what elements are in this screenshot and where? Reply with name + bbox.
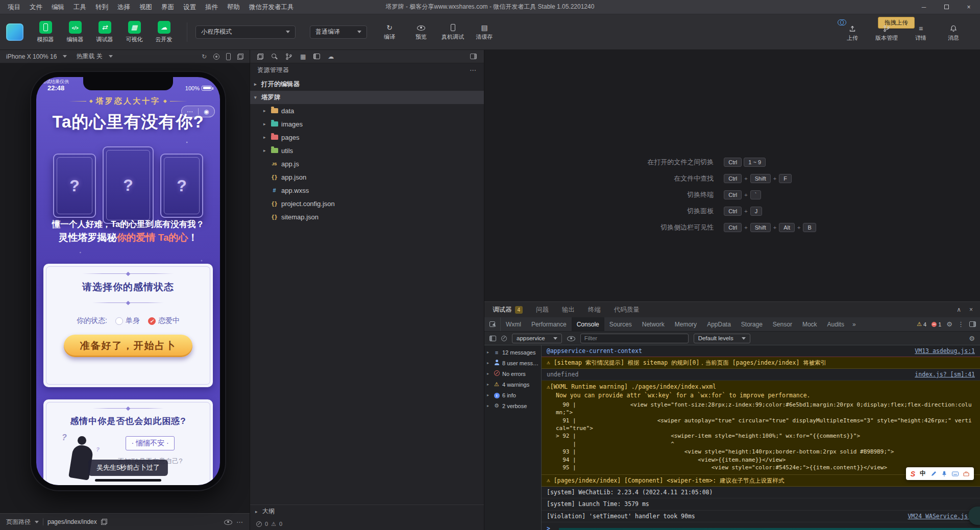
tab-console[interactable]: Console [572, 317, 604, 331]
radio-single[interactable]: 单身 [115, 316, 140, 325]
tree-item-app-wxss[interactable]: app.wxss [250, 184, 484, 197]
tab-memory[interactable]: Memory [670, 317, 702, 331]
remote-debug-button[interactable]: 真机调试 [438, 23, 467, 41]
window-icon[interactable] [313, 54, 320, 59]
upload-button[interactable]: 上传 [838, 24, 867, 42]
tree-item-project-root[interactable]: 塔罗牌 [250, 91, 484, 104]
pen-icon[interactable] [930, 471, 937, 477]
tree-item-pages[interactable]: pages [250, 131, 484, 144]
console-filter-input[interactable] [580, 334, 689, 343]
tree-item-images[interactable]: images [250, 117, 484, 131]
keyboard-icon[interactable] [952, 471, 959, 477]
source-link[interactable]: VM13 asdebug.js:1 [908, 347, 975, 355]
menu-project[interactable]: 项目 [3, 0, 25, 14]
tree-item-open-editors[interactable]: 打开的编辑器 [250, 78, 484, 91]
console-settings-icon[interactable] [969, 335, 975, 342]
tab-network[interactable]: Network [637, 317, 670, 331]
tree-item-app-js[interactable]: app.js [250, 157, 484, 170]
cloud-dev-button[interactable]: 云开发 [149, 21, 179, 43]
source-control-icon[interactable] [285, 53, 292, 60]
clear-cache-button[interactable]: ▤ 清缓存 [470, 23, 499, 41]
errors-badge[interactable]: 1 [932, 321, 941, 327]
minimize-button[interactable]: ─ [913, 0, 935, 14]
filter-verbose[interactable]: 2 verbose [484, 400, 541, 411]
clear-console-icon[interactable] [501, 336, 507, 341]
close-icon[interactable]: × [969, 306, 973, 313]
start-divination-button[interactable]: 准备好了，开始占卜 [64, 335, 192, 357]
tree-item-data[interactable]: data [250, 104, 484, 117]
tab-sensor[interactable]: Sensor [768, 317, 797, 331]
tab-audits[interactable]: Audits [822, 317, 849, 331]
details-button[interactable]: ≡ 详情 [906, 24, 935, 42]
device-frame-icon[interactable] [226, 53, 231, 60]
tarot-card[interactable]: ? [53, 154, 96, 218]
filter-errors[interactable]: No errors [484, 368, 541, 379]
emotion-tag[interactable]: 惴惴不安 [126, 436, 174, 450]
outline-section[interactable]: 大纲 [250, 504, 484, 518]
menu-interface[interactable]: 界面 [157, 0, 179, 14]
toolbox-icon[interactable] [963, 471, 969, 477]
gear-icon[interactable] [946, 320, 952, 328]
more-icon[interactable]: ⋯ [470, 66, 477, 74]
messages-button[interactable]: 消息 [939, 24, 968, 42]
extensions-icon[interactable]: ▦ [300, 53, 306, 60]
menu-goto[interactable]: 转到 [91, 0, 113, 14]
split-editor-icon[interactable] [470, 54, 477, 59]
debugger-button[interactable]: 调试器 [90, 21, 119, 43]
tarot-card[interactable]: ? [103, 146, 154, 224]
record-icon[interactable] [213, 54, 219, 60]
tab-problems[interactable]: 问题 [536, 306, 549, 314]
chevron-down-icon[interactable] [35, 521, 39, 523]
more-icon[interactable]: ⋯ [182, 109, 198, 115]
filter-all-messages[interactable]: 12 messages [484, 347, 541, 358]
mic-icon[interactable] [941, 471, 947, 477]
tree-item-utils[interactable]: utils [250, 144, 484, 157]
menu-tools[interactable]: 工具 [69, 0, 91, 14]
more-tabs-icon[interactable]: » [849, 317, 859, 331]
ime-language-toggle[interactable]: 中 [920, 469, 926, 478]
log-levels-select[interactable]: Default levels [694, 334, 750, 343]
menu-select[interactable]: 选择 [113, 0, 135, 14]
compile-mode-select[interactable]: 普通编译 [310, 26, 367, 39]
eye-icon[interactable] [224, 518, 232, 526]
tab-wxml[interactable]: Wxml [501, 317, 526, 331]
version-manage-button[interactable]: 版本管理 [871, 24, 902, 42]
collapse-panel-icon[interactable]: ∧ [957, 306, 961, 313]
cloud-sync-icon[interactable]: ☁ [328, 53, 334, 60]
problems-counter[interactable]: 0 0 [250, 518, 484, 530]
tab-debugger[interactable]: 调试器 4 [493, 306, 523, 314]
warnings-badge[interactable]: 4 [917, 321, 926, 327]
menu-wechat-devtools[interactable]: 微信开发者工具 [244, 0, 299, 14]
mode-select[interactable]: 小程序模式 [195, 26, 296, 39]
tree-item-sitemap[interactable]: sitemap.json [250, 210, 484, 223]
filter-info[interactable]: 6 info [484, 390, 541, 400]
refresh-icon[interactable]: ↻ [202, 53, 207, 60]
more-icon[interactable]: ⋯ [236, 518, 243, 526]
sogou-logo-icon[interactable]: S [911, 470, 915, 478]
maximize-button[interactable] [935, 0, 958, 14]
preview-button[interactable]: 预览 [407, 23, 435, 41]
source-link[interactable]: VM24 WAService.js:2 [900, 512, 975, 520]
device-select[interactable]: iPhone X 100% 16 [6, 53, 67, 60]
simulator-button[interactable]: 模拟器 [31, 21, 60, 43]
home-icon[interactable]: ◉ [199, 109, 215, 115]
filter-user-messages[interactable]: 8 user mess… [484, 358, 541, 368]
live-expression-icon[interactable] [567, 335, 575, 342]
screenshot-icon[interactable] [237, 54, 243, 60]
kebab-menu-icon[interactable]: ⋮ [958, 320, 964, 328]
menu-view[interactable]: 视图 [135, 0, 157, 14]
inspect-element-button[interactable] [484, 317, 501, 331]
tab-code-quality[interactable]: 代码质量 [614, 306, 640, 314]
filter-warnings[interactable]: 4 warnings [484, 379, 541, 390]
menu-file[interactable]: 文件 [25, 0, 47, 14]
menu-settings[interactable]: 设置 [179, 0, 201, 14]
source-link[interactable]: index.js? [sm]:41 [908, 370, 975, 378]
context-select[interactable]: appservice [512, 334, 562, 343]
tab-storage[interactable]: Storage [736, 317, 768, 331]
tab-performance[interactable]: Performance [526, 317, 572, 331]
tab-output[interactable]: 输出 [562, 306, 575, 314]
copy-icon[interactable] [101, 519, 107, 525]
hot-reload-select[interactable]: 热重载 关 [76, 52, 112, 61]
tree-item-project-config[interactable]: project.config.json [250, 197, 484, 210]
dock-side-icon[interactable] [969, 321, 976, 327]
